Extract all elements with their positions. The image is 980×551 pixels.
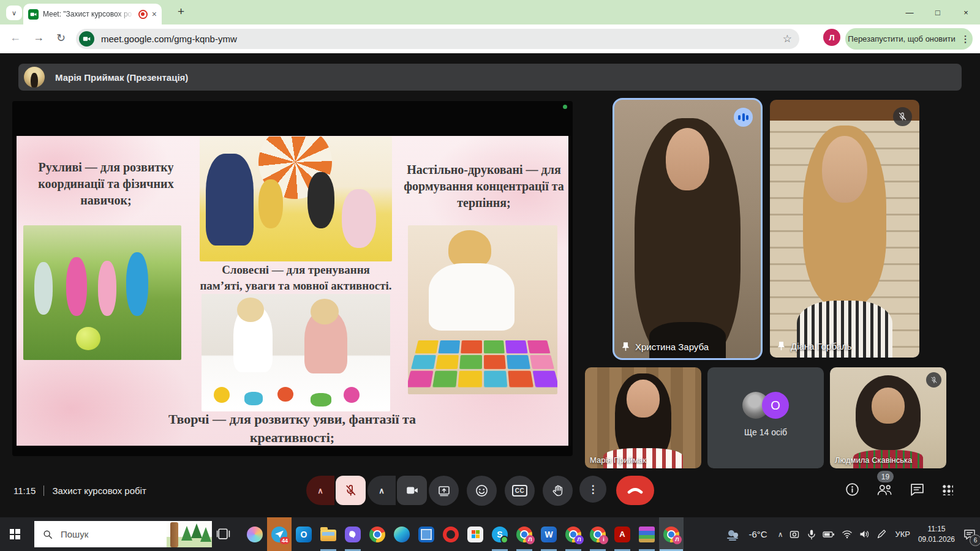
back-icon[interactable]: ← xyxy=(10,31,21,44)
browser-profile-avatar[interactable]: Л xyxy=(823,29,840,46)
pen-icon[interactable] xyxy=(876,529,887,539)
taskbar-app-outlook[interactable]: O xyxy=(292,517,316,551)
mic-options-chevron[interactable]: ∧ xyxy=(306,476,334,505)
taskbar-app-word[interactable]: W xyxy=(537,517,561,551)
photo-figure xyxy=(126,252,148,316)
browser-menu-icon[interactable]: ⋮ xyxy=(961,34,970,45)
taskbar-app-chrome-profile-1[interactable]: Л xyxy=(512,517,537,551)
reload-icon[interactable]: ↻ xyxy=(56,31,66,45)
volume-icon[interactable] xyxy=(859,530,870,539)
captions-button[interactable]: CC xyxy=(505,476,535,506)
chevron-down-icon: ∨ xyxy=(12,9,17,17)
slide-text-right: Настільно-друковані — для формування кон… xyxy=(401,162,567,211)
pin-icon xyxy=(622,342,630,351)
tab-close-icon[interactable]: × xyxy=(152,9,157,19)
photo-toy xyxy=(214,387,230,403)
wifi-icon[interactable] xyxy=(842,530,853,539)
microsoft-store-icon xyxy=(467,527,483,542)
participant-tile-diana[interactable]: Діана Горбаль xyxy=(770,100,919,358)
microphone-tray-icon[interactable] xyxy=(807,529,816,540)
outlook-icon: O xyxy=(296,527,312,542)
activities-grid-icon[interactable] xyxy=(941,484,953,495)
bookmark-star-icon[interactable]: ☆ xyxy=(783,32,792,45)
cc-icon: CC xyxy=(512,485,527,497)
photo-ball xyxy=(76,327,100,350)
divider xyxy=(43,485,44,496)
taskbar-app-acrobat[interactable]: A xyxy=(610,517,635,551)
participant-tile-khrystyna[interactable]: Христина Заруба xyxy=(612,98,763,360)
camera-options-chevron[interactable]: ∧ xyxy=(368,476,396,505)
taskbar-app-chrome[interactable] xyxy=(365,517,390,551)
meet-app: Марія Приймак (Презентація) Рухливі — дл… xyxy=(0,53,980,517)
tray-overflow-chevron[interactable]: ∧ xyxy=(778,530,783,539)
photo-figure xyxy=(34,262,53,315)
taskbar-app-copilot[interactable] xyxy=(243,517,267,551)
video-placeholder xyxy=(649,322,725,358)
taskbar-app-chrome-profile-2[interactable]: Л xyxy=(561,517,586,551)
notification-center-button[interactable]: 6 xyxy=(962,527,978,542)
task-view-button[interactable] xyxy=(216,526,231,544)
battery-icon[interactable] xyxy=(823,530,835,539)
chat-icon[interactable] xyxy=(910,482,925,497)
shared-screen[interactable]: Рухливі — для розвитку координації та фі… xyxy=(12,101,573,456)
video-placeholder xyxy=(627,380,659,418)
taskbar-app-chrome-profile-3[interactable]: і xyxy=(586,517,610,551)
forward-icon[interactable]: → xyxy=(33,31,44,44)
info-icon[interactable] xyxy=(845,482,860,497)
taskbar-app-photos[interactable] xyxy=(414,517,439,551)
system-tray: -6°C ∧ УКР 11:15 09.01.2026 6 xyxy=(726,517,978,551)
photo-figure xyxy=(237,298,264,322)
video-placeholder xyxy=(872,388,904,424)
taskbar-app-skype[interactable]: S xyxy=(488,517,512,551)
taskbar-app-viber[interactable] xyxy=(341,517,365,551)
minimize-button[interactable]: — xyxy=(895,0,924,24)
viber-icon xyxy=(345,527,361,542)
photo-figure xyxy=(98,261,116,316)
taskbar-search[interactable]: Пошук xyxy=(34,521,212,547)
chrome-icon xyxy=(369,527,385,542)
participant-tile-mariia[interactable]: Марія Приймак xyxy=(585,367,701,468)
pin-icon xyxy=(777,342,785,351)
clock-time: 11:15 xyxy=(918,524,955,534)
maximize-button[interactable]: □ xyxy=(924,0,952,24)
start-button[interactable] xyxy=(0,517,29,551)
people-icon[interactable] xyxy=(876,482,893,497)
camera-in-use-tray-icon[interactable] xyxy=(790,530,801,539)
more-participants-tile[interactable]: O Ще 14 осіб xyxy=(707,367,824,468)
taskbar-clock[interactable]: 11:15 09.01.2026 xyxy=(918,524,955,545)
file-explorer-icon xyxy=(320,530,336,541)
taskbar-app-winrar[interactable] xyxy=(635,517,659,551)
end-call-button[interactable] xyxy=(616,476,654,505)
taskbar-app-edge[interactable] xyxy=(390,517,414,551)
camera-button[interactable] xyxy=(397,476,427,505)
acrobat-icon: A xyxy=(614,527,630,542)
taskbar-app-telegram[interactable]: 44 xyxy=(267,517,292,551)
new-tab-button[interactable]: + xyxy=(178,5,184,18)
taskbar-app-opera[interactable] xyxy=(439,517,463,551)
edge-icon xyxy=(394,527,410,542)
avatar: O xyxy=(762,392,789,419)
chrome-update-button[interactable]: Перезапустити, щоб оновити ⋮ xyxy=(845,28,973,50)
raise-hand-button[interactable] xyxy=(543,476,573,506)
photo-toy xyxy=(344,387,360,403)
language-indicator[interactable]: УКР xyxy=(895,530,910,539)
taskbar-app-chrome-active[interactable]: Л xyxy=(659,517,684,551)
participant-tile-liudmyla[interactable]: Людмила Скавінська xyxy=(830,367,946,468)
browser-tab[interactable]: Meet: "Захист курсовох ро × xyxy=(23,4,162,24)
weather-icon[interactable] xyxy=(726,528,742,541)
close-window-button[interactable]: × xyxy=(952,0,980,24)
mic-mute-button[interactable] xyxy=(336,476,366,505)
video-placeholder xyxy=(666,128,710,190)
url-bar[interactable]: meet.google.com/gmg-kqnb-ymw ☆ xyxy=(76,29,799,49)
meeting-info: 11:15 Захист курсовох робіт xyxy=(13,476,146,505)
temperature-label[interactable]: -6°C xyxy=(748,529,767,539)
present-screen-button[interactable] xyxy=(429,476,459,506)
more-options-button[interactable]: ⋮ xyxy=(579,476,606,503)
taskbar-app-explorer[interactable] xyxy=(316,517,341,551)
reactions-button[interactable] xyxy=(467,476,497,506)
photo-toy xyxy=(311,393,331,407)
slide-text-left: Рухливі — для розвитку координації та фі… xyxy=(26,159,186,209)
taskbar-app-store[interactable] xyxy=(463,517,488,551)
camera-in-use-icon[interactable] xyxy=(79,31,94,47)
tab-search-button[interactable]: ∨ xyxy=(6,6,22,20)
